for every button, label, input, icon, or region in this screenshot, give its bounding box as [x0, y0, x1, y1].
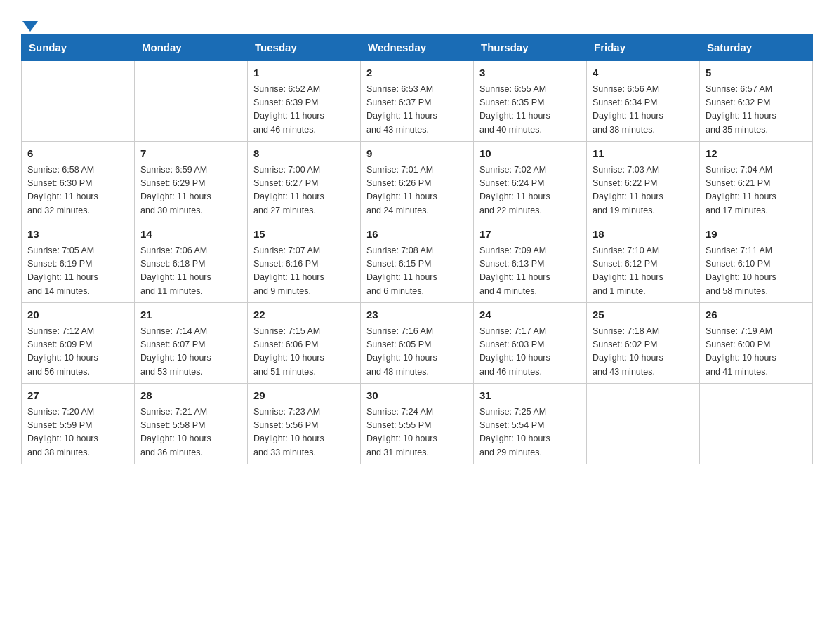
calendar-cell: 19Sunrise: 7:11 AMSunset: 6:10 PMDayligh…: [700, 222, 813, 303]
day-number: 2: [366, 65, 468, 81]
calendar-cell: 17Sunrise: 7:09 AMSunset: 6:13 PMDayligh…: [474, 222, 587, 303]
day-info: Sunrise: 7:17 AMSunset: 6:03 PMDaylight:…: [479, 325, 581, 380]
day-number: 30: [366, 388, 468, 404]
day-number: 27: [27, 388, 128, 404]
calendar-cell: 20Sunrise: 7:12 AMSunset: 6:09 PMDayligh…: [22, 303, 135, 384]
logo-arrow-icon: [22, 21, 38, 32]
day-info: Sunrise: 7:09 AMSunset: 6:13 PMDaylight:…: [479, 244, 581, 299]
calendar-cell: 12Sunrise: 7:04 AMSunset: 6:21 PMDayligh…: [700, 142, 813, 222]
day-info: Sunrise: 7:16 AMSunset: 6:05 PMDaylight:…: [366, 325, 468, 380]
day-number: 26: [706, 307, 807, 323]
weekday-header-saturday: Saturday: [700, 34, 813, 61]
day-number: 22: [253, 307, 355, 323]
day-number: 14: [140, 227, 241, 243]
day-number: 16: [366, 227, 468, 243]
weekday-header-wednesday: Wednesday: [361, 34, 474, 61]
calendar-cell: 28Sunrise: 7:21 AMSunset: 5:58 PMDayligh…: [135, 384, 248, 464]
day-number: 25: [593, 307, 694, 323]
calendar-cell: 27Sunrise: 7:20 AMSunset: 5:59 PMDayligh…: [22, 384, 135, 464]
day-number: 24: [479, 307, 581, 323]
day-number: 19: [706, 227, 807, 243]
weekday-header-thursday: Thursday: [474, 34, 587, 61]
day-info: Sunrise: 7:05 AMSunset: 6:19 PMDaylight:…: [27, 244, 128, 299]
day-info: Sunrise: 6:53 AMSunset: 6:37 PMDaylight:…: [366, 83, 468, 137]
day-info: Sunrise: 7:21 AMSunset: 5:58 PMDaylight:…: [140, 405, 241, 460]
day-number: 10: [479, 146, 581, 162]
day-info: Sunrise: 7:20 AMSunset: 5:59 PMDaylight:…: [27, 405, 128, 460]
day-number: 8: [253, 146, 355, 162]
day-number: 11: [593, 146, 694, 162]
day-number: 18: [593, 227, 694, 243]
day-info: Sunrise: 7:08 AMSunset: 6:15 PMDaylight:…: [366, 244, 468, 299]
day-number: 6: [27, 146, 128, 162]
day-number: 5: [706, 65, 807, 81]
week-row-2: 6Sunrise: 6:58 AMSunset: 6:30 PMDaylight…: [22, 142, 813, 222]
calendar-cell: 18Sunrise: 7:10 AMSunset: 6:12 PMDayligh…: [587, 222, 700, 303]
day-info: Sunrise: 6:52 AMSunset: 6:39 PMDaylight:…: [253, 83, 355, 137]
day-info: Sunrise: 7:07 AMSunset: 6:16 PMDaylight:…: [253, 244, 355, 299]
day-info: Sunrise: 6:58 AMSunset: 6:30 PMDaylight:…: [27, 163, 128, 218]
page-header: [21, 14, 813, 27]
day-info: Sunrise: 7:14 AMSunset: 6:07 PMDaylight:…: [140, 325, 241, 380]
day-number: 4: [593, 65, 694, 81]
calendar-cell: 1Sunrise: 6:52 AMSunset: 6:39 PMDaylight…: [248, 61, 361, 142]
day-info: Sunrise: 7:11 AMSunset: 6:10 PMDaylight:…: [706, 244, 807, 299]
calendar-cell: 2Sunrise: 6:53 AMSunset: 6:37 PMDaylight…: [361, 61, 474, 142]
day-number: 3: [479, 65, 581, 81]
weekday-header-tuesday: Tuesday: [248, 34, 361, 61]
calendar-cell: 14Sunrise: 7:06 AMSunset: 6:18 PMDayligh…: [135, 222, 248, 303]
day-info: Sunrise: 7:18 AMSunset: 6:02 PMDaylight:…: [593, 325, 694, 380]
calendar-cell: 9Sunrise: 7:01 AMSunset: 6:26 PMDaylight…: [361, 142, 474, 222]
day-info: Sunrise: 6:55 AMSunset: 6:35 PMDaylight:…: [479, 83, 581, 137]
day-number: 21: [140, 307, 241, 323]
day-number: 31: [479, 388, 581, 404]
calendar-cell: 25Sunrise: 7:18 AMSunset: 6:02 PMDayligh…: [587, 303, 700, 384]
week-row-1: 1Sunrise: 6:52 AMSunset: 6:39 PMDaylight…: [22, 61, 813, 142]
day-number: 23: [366, 307, 468, 323]
day-info: Sunrise: 7:19 AMSunset: 6:00 PMDaylight:…: [706, 325, 807, 380]
day-number: 17: [479, 227, 581, 243]
calendar-cell: [22, 61, 135, 142]
day-info: Sunrise: 7:00 AMSunset: 6:27 PMDaylight:…: [253, 163, 355, 218]
day-number: 29: [253, 388, 355, 404]
calendar-cell: 21Sunrise: 7:14 AMSunset: 6:07 PMDayligh…: [135, 303, 248, 384]
day-info: Sunrise: 7:24 AMSunset: 5:55 PMDaylight:…: [366, 405, 468, 460]
day-info: Sunrise: 6:57 AMSunset: 6:32 PMDaylight:…: [706, 83, 807, 137]
calendar-cell: 11Sunrise: 7:03 AMSunset: 6:22 PMDayligh…: [587, 142, 700, 222]
calendar-table: SundayMondayTuesdayWednesdayThursdayFrid…: [21, 34, 813, 464]
day-info: Sunrise: 7:12 AMSunset: 6:09 PMDaylight:…: [27, 325, 128, 380]
calendar-cell: 4Sunrise: 6:56 AMSunset: 6:34 PMDaylight…: [587, 61, 700, 142]
day-number: 20: [27, 307, 128, 323]
day-number: 1: [253, 65, 355, 81]
calendar-cell: 23Sunrise: 7:16 AMSunset: 6:05 PMDayligh…: [361, 303, 474, 384]
calendar-cell: 6Sunrise: 6:58 AMSunset: 6:30 PMDaylight…: [22, 142, 135, 222]
calendar-cell: 24Sunrise: 7:17 AMSunset: 6:03 PMDayligh…: [474, 303, 587, 384]
calendar-cell: 26Sunrise: 7:19 AMSunset: 6:00 PMDayligh…: [700, 303, 813, 384]
calendar-cell: 10Sunrise: 7:02 AMSunset: 6:24 PMDayligh…: [474, 142, 587, 222]
calendar-cell: [135, 61, 248, 142]
day-info: Sunrise: 7:04 AMSunset: 6:21 PMDaylight:…: [706, 163, 807, 218]
weekday-header-monday: Monday: [135, 34, 248, 61]
day-info: Sunrise: 7:10 AMSunset: 6:12 PMDaylight:…: [593, 244, 694, 299]
day-info: Sunrise: 7:06 AMSunset: 6:18 PMDaylight:…: [140, 244, 241, 299]
calendar-cell: 15Sunrise: 7:07 AMSunset: 6:16 PMDayligh…: [248, 222, 361, 303]
calendar-cell: [700, 384, 813, 464]
calendar-cell: 30Sunrise: 7:24 AMSunset: 5:55 PMDayligh…: [361, 384, 474, 464]
day-info: Sunrise: 6:56 AMSunset: 6:34 PMDaylight:…: [593, 83, 694, 137]
calendar-cell: 22Sunrise: 7:15 AMSunset: 6:06 PMDayligh…: [248, 303, 361, 384]
calendar-cell: 8Sunrise: 7:00 AMSunset: 6:27 PMDaylight…: [248, 142, 361, 222]
calendar-cell: 16Sunrise: 7:08 AMSunset: 6:15 PMDayligh…: [361, 222, 474, 303]
calendar-cell: 31Sunrise: 7:25 AMSunset: 5:54 PMDayligh…: [474, 384, 587, 464]
calendar-cell: [587, 384, 700, 464]
calendar-cell: 29Sunrise: 7:23 AMSunset: 5:56 PMDayligh…: [248, 384, 361, 464]
day-number: 13: [27, 227, 128, 243]
day-info: Sunrise: 7:23 AMSunset: 5:56 PMDaylight:…: [253, 405, 355, 460]
calendar-cell: 3Sunrise: 6:55 AMSunset: 6:35 PMDaylight…: [474, 61, 587, 142]
day-number: 12: [706, 146, 807, 162]
week-row-4: 20Sunrise: 7:12 AMSunset: 6:09 PMDayligh…: [22, 303, 813, 384]
calendar-cell: 13Sunrise: 7:05 AMSunset: 6:19 PMDayligh…: [22, 222, 135, 303]
weekday-header-friday: Friday: [587, 34, 700, 61]
calendar-cell: 7Sunrise: 6:59 AMSunset: 6:29 PMDaylight…: [135, 142, 248, 222]
calendar-cell: 5Sunrise: 6:57 AMSunset: 6:32 PMDaylight…: [700, 61, 813, 142]
day-info: Sunrise: 7:02 AMSunset: 6:24 PMDaylight:…: [479, 163, 581, 218]
